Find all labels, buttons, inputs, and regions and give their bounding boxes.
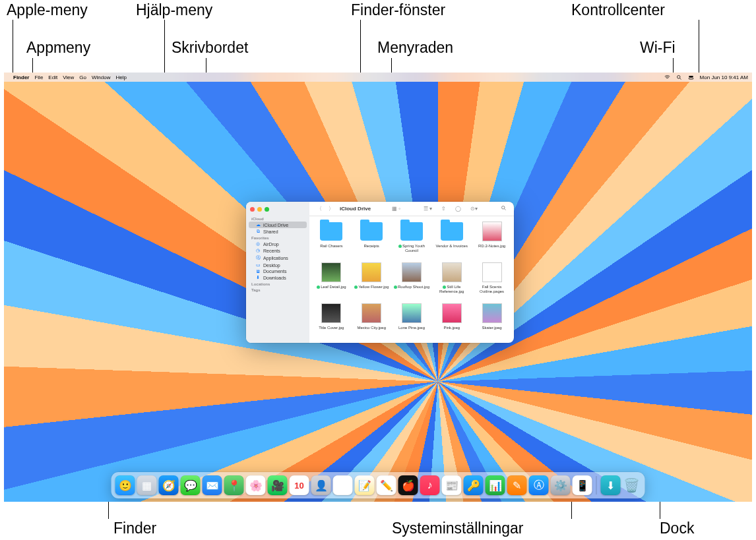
menu-view[interactable]: View [63,75,74,80]
wifi-icon[interactable] [664,75,671,80]
menu-help[interactable]: Help [115,75,126,80]
dock-item-trash[interactable]: 🗑️ [623,475,641,495]
sidebar-item-downloads[interactable]: ⬇ Downloads [249,274,307,281]
file-item[interactable]: Mexico City.jpeg [352,302,391,342]
image-thumbnail [441,261,463,284]
close-button[interactable] [250,207,255,212]
downloads-icon: ⬇ [255,275,261,280]
folder-icon [400,220,423,243]
dock-item-passwords[interactable]: 🔑 [464,475,484,495]
sidebar-section-favorites: Favorites [246,235,309,241]
file-item[interactable]: Receipts [352,220,391,260]
forward-button[interactable]: 〉 [327,205,336,212]
tag-green-icon [443,285,446,289]
dock-item-news[interactable]: 📰 [442,475,462,495]
dock-item-iphone-mirroring[interactable]: 📱 [573,475,592,495]
dock-item-calendar[interactable]: 10 [290,475,309,495]
image-thumbnail [481,302,503,324]
menu-edit[interactable]: Edit [48,75,57,80]
sidebar-item-recents[interactable]: ◷ Recents [249,247,307,254]
view-icons-button[interactable]: ▦ ◦ [390,206,402,212]
dock-item-mail[interactable]: ✉️ [203,475,222,495]
file-item[interactable]: Still Life Reference.jpg [432,261,471,301]
dock-item-contacts[interactable]: 👤 [311,475,331,495]
file-item[interactable]: Skater.jpeg [472,302,511,342]
dock-item-pages[interactable]: ✎ [507,475,527,495]
sidebar-item-icloud-drive[interactable]: ☁︎ iCloud Drive [249,222,307,228]
search-button[interactable] [499,205,509,212]
file-item[interactable]: Yellow Flower.jpg [352,261,391,301]
dock-separator [596,476,597,495]
dock-item-photos[interactable]: 🌸 [246,475,266,495]
spotlight-icon[interactable] [676,75,683,80]
clock-icon: ◷ [255,248,261,253]
dock-item-finder[interactable]: 🙂 [115,475,135,495]
menu-window[interactable]: Window [92,75,110,80]
dock-item-numbers[interactable]: 📊 [486,475,505,495]
dock-item-messages[interactable]: 💬 [181,475,201,495]
desktop[interactable]: Finder File Edit View Go Window Help Mon… [4,73,752,502]
menubar: Finder File Edit View Go Window Help Mon… [4,73,752,82]
minimize-button[interactable] [257,207,262,212]
tag-green-icon [398,245,402,248]
file-item[interactable]: Rooftop Shoot.jpg [393,261,431,301]
dock-item-downloads[interactable]: ⬇ [601,475,621,495]
file-item[interactable]: Rail Chasers [312,220,351,260]
file-item[interactable]: Leaf Detail.jpg [312,261,351,301]
finder-content[interactable]: Rail ChasersReceiptsSpring Youth Council… [309,216,514,343]
control-center-icon[interactable] [688,75,695,80]
dock-item-system-settings[interactable]: ⚙️ [551,475,571,495]
dock-item-launchpad[interactable]: ▦ [137,475,157,495]
sidebar-item-shared[interactable]: ⧉ Shared [249,228,307,235]
dock-item-notes[interactable]: 📝 [355,475,375,495]
image-thumbnail [481,261,503,284]
file-item[interactable]: Lone Pine.jpeg [393,302,431,342]
finder-toolbar: 〈 〉 iCloud Drive ▦ ◦ ☰ ▾ ⇧ ◯ ⊙▾ [309,202,514,216]
dock-item-freeform[interactable]: ✏️ [377,475,396,495]
callout-control-center: Kontrollcenter [571,1,665,19]
group-button[interactable]: ☰ ▾ [422,206,434,212]
documents-icon: 🗎 [255,269,261,274]
menu-file[interactable]: File [34,75,43,80]
dock-item-tv[interactable]: 🍎 [398,475,418,495]
app-menu[interactable]: Finder [13,75,29,80]
sidebar-item-label: AirDrop [263,242,279,247]
sidebar-item-airdrop[interactable]: ◎ AirDrop [249,241,307,247]
tags-button[interactable]: ◯ [453,206,463,212]
applications-icon: Ⓐ [255,255,261,261]
tag-green-icon [394,285,397,289]
image-thumbnail [400,261,423,284]
sidebar-item-label: Documents [263,269,286,274]
file-item[interactable]: Spring Youth Council [393,220,431,260]
zoom-button[interactable] [265,207,269,212]
file-item[interactable]: RD.2-Notes.jpg [472,220,511,260]
callout-help-menu: Hjälp-meny [136,1,212,19]
file-item[interactable]: Vendor & Invoices [432,220,471,260]
sidebar-item-applications[interactable]: Ⓐ Applications [249,254,307,262]
dock-item-appstore[interactable]: Ⓐ [529,475,549,495]
action-button[interactable]: ⊙▾ [468,206,480,212]
finder-window[interactable]: iCloud ☁︎ iCloud Drive ⧉ Shared Favorite… [246,202,514,343]
folder-icon [320,220,342,243]
file-item[interactable]: Pink.jpeg [432,302,471,342]
back-button[interactable]: 〈 [315,205,324,212]
dock-item-reminders[interactable]: ☰ [333,475,353,495]
file-item[interactable]: Fall Scents Outline.pages [472,261,511,301]
callout-wifi: Wi-Fi [640,39,676,57]
file-label: Leaf Detail.jpg [317,285,346,289]
sidebar-item-desktop[interactable]: ▭ Desktop [249,262,307,268]
callout-apple-menu: Apple-meny [7,1,88,19]
image-thumbnail [481,220,503,243]
dock-item-maps[interactable]: 📍 [224,475,244,495]
cloud-icon: ☁︎ [255,222,261,227]
sidebar-item-documents[interactable]: 🗎 Documents [249,268,307,274]
share-button[interactable]: ⇧ [439,206,448,212]
dock-item-music[interactable]: ♪ [420,475,440,495]
dock: 🙂▦🧭💬✉️📍🌸🎥10👤☰📝✏️🍎♪📰🔑📊✎Ⓐ⚙️📱⬇🗑️ [111,472,645,498]
callout-app-menu: Appmeny [26,39,90,57]
file-item[interactable]: Title Cover.jpg [312,302,351,342]
menubar-clock[interactable]: Mon Jun 10 9:41 AM [700,75,748,80]
dock-item-safari[interactable]: 🧭 [159,475,179,495]
menu-go[interactable]: Go [79,75,86,80]
dock-item-facetime[interactable]: 🎥 [268,475,288,495]
